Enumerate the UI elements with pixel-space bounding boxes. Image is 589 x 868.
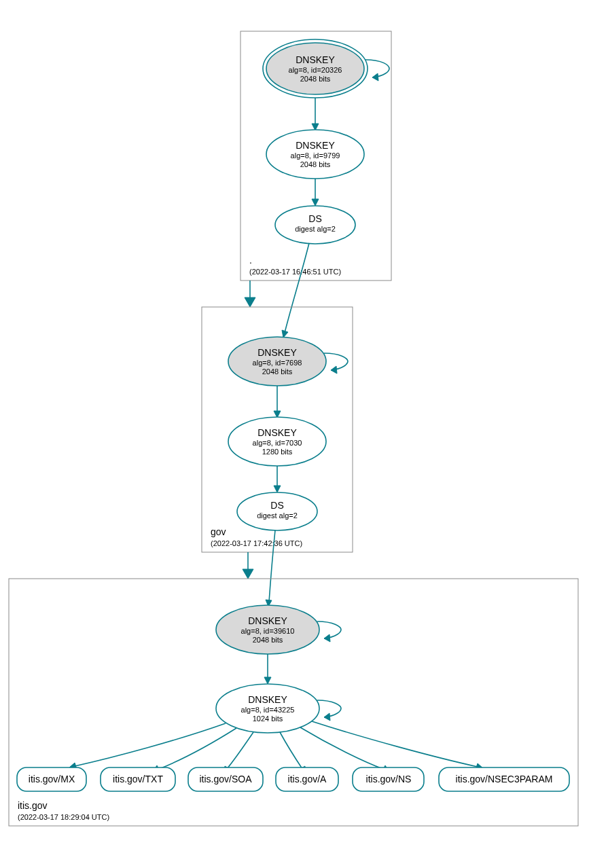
svg-text:itis.gov/MX: itis.gov/MX: [29, 774, 75, 784]
gov-zsk-title: DNSKEY: [257, 427, 297, 438]
record-ns: itis.gov/NS: [353, 767, 424, 791]
gov-zsk-node: DNSKEY alg=8, id=7030 1280 bits: [228, 417, 326, 466]
svg-marker-19: [243, 569, 253, 579]
svg-text:itis.gov/A: itis.gov/A: [288, 774, 327, 784]
root-ksk-title: DNSKEY: [296, 54, 335, 65]
root-zsk-line2: 2048 bits: [300, 160, 331, 168]
svg-marker-22: [324, 634, 330, 642]
svg-text:itis.gov/NS: itis.gov/NS: [366, 774, 412, 784]
root-zone-timestamp: (2022-03-17 16:46:51 UTC): [249, 268, 341, 276]
svg-marker-8: [245, 297, 255, 307]
itis-zsk-title: DNSKEY: [248, 694, 287, 705]
gov-ksk-title: DNSKEY: [257, 347, 297, 358]
gov-ksk-node: DNSKEY alg=8, id=7698 2048 bits: [228, 337, 326, 386]
record-a: itis.gov/A: [276, 767, 338, 791]
root-ds-node: DS digest alg=2: [275, 206, 355, 244]
root-zsk-line1: alg=8, id=9799: [291, 151, 340, 160]
svg-marker-16: [274, 486, 281, 492]
itis-ksk-title: DNSKEY: [248, 615, 287, 626]
record-txt: itis.gov/TXT: [101, 767, 175, 791]
zone-arrow-root-to-gov: [245, 281, 255, 307]
gov-zsk-line2: 1280 bits: [262, 448, 293, 456]
svg-marker-5: [312, 199, 319, 206]
svg-marker-26: [324, 713, 330, 721]
record-soa: itis.gov/SOA: [188, 767, 263, 791]
itis-zsk-line2: 1024 bits: [253, 715, 283, 723]
svg-text:itis.gov/NSEC3PARAM: itis.gov/NSEC3PARAM: [456, 774, 553, 784]
root-ksk-line2: 2048 bits: [300, 75, 331, 83]
dnssec-diagram: DNSKEY alg=8, id=20326 2048 bits DNSKEY …: [0, 0, 589, 868]
svg-text:itis.gov/TXT: itis.gov/TXT: [113, 774, 163, 784]
itis-zsk-line1: alg=8, id=43225: [241, 706, 295, 714]
gov-zone-label: gov: [211, 526, 226, 537]
root-ds-title: DS: [308, 213, 321, 224]
zone-itis: DNSKEY alg=8, id=39610 2048 bits DNSKEY …: [9, 579, 578, 826]
itis-ksk-line1: alg=8, id=39610: [241, 627, 295, 635]
gov-zone-timestamp: (2022-03-17 17:42:36 UTC): [211, 539, 302, 547]
itis-zsk-node: DNSKEY alg=8, id=43225 1024 bits: [216, 684, 319, 733]
gov-ksk-line1: alg=8, id=7698: [253, 359, 302, 367]
svg-marker-2: [372, 73, 378, 81]
itis-zone-label: itis.gov: [18, 800, 48, 811]
root-zone-label: .: [249, 255, 252, 266]
root-ksk-node: DNSKEY alg=8, id=20326 2048 bits: [263, 39, 368, 98]
record-nsec3param: itis.gov/NSEC3PARAM: [439, 767, 569, 791]
itis-ksk-line2: 2048 bits: [253, 636, 283, 644]
zone-gov: DNSKEY alg=8, id=7698 2048 bits DNSKEY a…: [202, 307, 353, 552]
gov-zsk-line1: alg=8, id=7030: [253, 439, 302, 447]
root-zsk-node: DNSKEY alg=8, id=9799 2048 bits: [266, 130, 364, 179]
svg-marker-24: [264, 677, 271, 684]
gov-ds-line1: digest alg=2: [257, 511, 298, 520]
zone-arrow-gov-to-itis: [243, 552, 253, 579]
root-ksk-line1: alg=8, id=20326: [289, 66, 342, 74]
gov-ksk-line2: 2048 bits: [262, 367, 293, 376]
edge-root-ds-to-gov-ksk: [285, 243, 309, 333]
record-mx: itis.gov/MX: [17, 767, 86, 791]
svg-text:itis.gov/SOA: itis.gov/SOA: [199, 774, 252, 784]
itis-ksk-node: DNSKEY alg=8, id=39610 2048 bits: [216, 605, 319, 654]
svg-marker-9: [282, 330, 288, 338]
itis-zone-timestamp: (2022-03-17 18:29:04 UTC): [18, 813, 109, 821]
gov-ds-title: DS: [270, 500, 283, 511]
root-ds-line1: digest alg=2: [295, 225, 336, 233]
svg-marker-11: [331, 366, 337, 374]
root-zsk-title: DNSKEY: [296, 140, 335, 151]
gov-ds-node: DS digest alg=2: [237, 492, 317, 530]
zone-root: DNSKEY alg=8, id=20326 2048 bits DNSKEY …: [240, 31, 391, 281]
